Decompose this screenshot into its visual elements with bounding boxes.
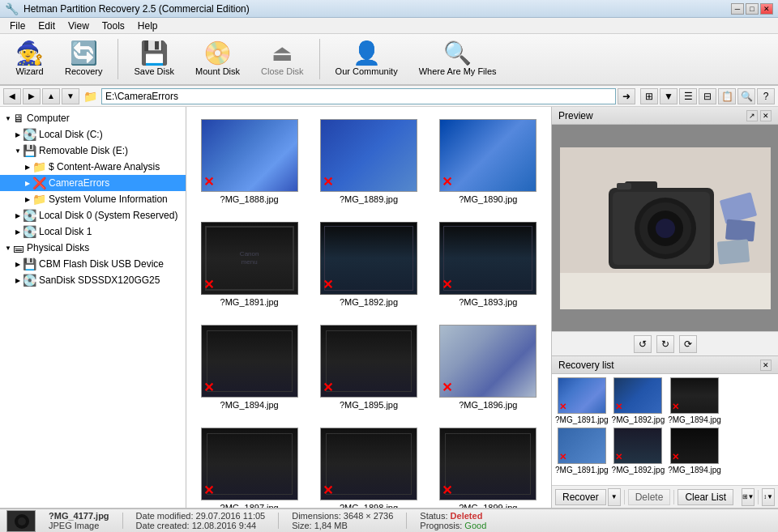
view-options-dropdown[interactable]: ⊞▼	[742, 488, 754, 506]
file-name: ?MG_1898.jpg	[340, 503, 398, 508]
deleted-mark: ✕	[323, 174, 333, 189]
file-name: ?MG_1897.jpg	[220, 503, 279, 508]
menu-help[interactable]: Help	[131, 19, 165, 33]
mount-disk-button[interactable]: 📀 Mount Disk	[186, 36, 249, 82]
view-list-button[interactable]: ☰	[679, 88, 697, 104]
file-item[interactable]: Canonmenu ✕ ?MG_1891.jpg	[193, 216, 306, 313]
menu-view[interactable]: View	[62, 19, 96, 33]
clear-list-button[interactable]: Clear List	[678, 489, 733, 505]
delete-button[interactable]: Delete	[628, 489, 671, 505]
expand-arrow[interactable]: ▶	[23, 196, 32, 203]
window-title: Hetman Partition Recovery 2.5 (Commercia…	[24, 3, 250, 15]
recover-button[interactable]: Recover	[555, 489, 606, 505]
expand-arrow[interactable]: ▶	[23, 164, 32, 171]
menu-edit[interactable]: Edit	[32, 19, 62, 33]
file-thumbnail: ✕	[439, 325, 536, 398]
close-disk-button[interactable]: ⏏ Close Disk	[252, 36, 313, 82]
preview-pop-button[interactable]: ↗	[746, 110, 758, 121]
expand-arrow[interactable]: ▼	[3, 245, 13, 252]
save-disk-button[interactable]: 💾 Save Disk	[125, 36, 183, 82]
view-thumbnails-button[interactable]: ⊞	[640, 88, 658, 104]
tree-item-local-0[interactable]: ▶ 💽 Local Disk 0 (System Reserved)	[0, 207, 186, 223]
recovery-item[interactable]: ✕ ?MG_1892.jpg	[612, 377, 665, 424]
recovery-item[interactable]: ✕ ?MG_1894.jpg	[668, 377, 721, 424]
deleted-mark: ✕	[323, 380, 333, 395]
address-input[interactable]	[101, 88, 616, 104]
file-item[interactable]: ✕ ?MG_1895.jpg	[312, 319, 425, 415]
view-details-button[interactable]: ⊟	[699, 88, 716, 104]
recovery-thumb-image: ✕	[613, 377, 662, 414]
tree-item-physical-disks[interactable]: ▼ 🖴 Physical Disks	[0, 240, 186, 256]
recover-dropdown[interactable]: ▼	[608, 488, 621, 506]
expand-arrow[interactable]: ▶	[13, 277, 23, 284]
rotate-left-button[interactable]: ↺	[634, 335, 652, 353]
view-filter-button[interactable]: ▼	[660, 88, 678, 104]
status-separator-3	[406, 513, 407, 529]
file-item[interactable]: ✕ ?MG_1893.jpg	[432, 216, 545, 313]
flip-button[interactable]: ⟳	[679, 335, 697, 353]
expand-arrow[interactable]: ▶	[23, 180, 32, 187]
file-name: ?MG_1889.jpg	[340, 194, 398, 204]
file-thumbnail: ✕	[439, 428, 536, 500]
expand-arrow[interactable]: ▶	[13, 212, 23, 219]
file-item[interactable]: ✕ ?MG_1898.jpg	[312, 422, 425, 508]
tree-item-system-volume[interactable]: ▶ 📁 System Volume Information	[0, 191, 186, 207]
deleted-mark: ✕	[672, 402, 679, 412]
rotate-right-button[interactable]: ↻	[656, 335, 674, 353]
history-button[interactable]: ▼	[62, 88, 79, 104]
go-button[interactable]: ➜	[618, 88, 635, 104]
tree-item-cbm-flash[interactable]: ▶ 💾 CBM Flash Disk USB Device	[0, 256, 186, 272]
file-item[interactable]: ✕ ?MG_1894.jpg	[193, 319, 306, 415]
up-button[interactable]: ▲	[42, 88, 60, 104]
menu-tools[interactable]: Tools	[96, 19, 131, 33]
file-item[interactable]: ✕ ?MG_1890.jpg	[432, 113, 545, 210]
expand-arrow[interactable]: ▶	[13, 228, 23, 236]
minimize-button[interactable]: ─	[731, 3, 744, 15]
file-item[interactable]: ✕ ?MG_1888.jpg	[193, 113, 306, 210]
preview-close-button[interactable]: ✕	[760, 110, 772, 121]
expand-arrow[interactable]: ▼	[3, 115, 13, 122]
tree-item-removable-e[interactable]: ▼ 💾 Removable Disk (E:)	[0, 143, 186, 159]
wizard-icon: 🧙	[15, 42, 44, 65]
file-name: ?MG_1899.jpg	[459, 503, 517, 508]
expand-arrow[interactable]: ▶	[13, 131, 23, 138]
recovery-item[interactable]: ✕ ?MG_1891.jpg	[555, 377, 609, 424]
wizard-button[interactable]: 🧙 Wizard	[6, 36, 53, 82]
maximize-button[interactable]: □	[746, 3, 759, 15]
tree-item-computer[interactable]: ▼ 🖥 Computer	[0, 110, 186, 126]
back-button[interactable]: ◀	[3, 88, 21, 104]
recovery-item[interactable]: ✕ ?MG_1892.jpg	[612, 428, 665, 475]
deleted-mark: ✕	[203, 380, 214, 395]
file-item[interactable]: ✕ ?MG_1896.jpg	[432, 319, 545, 415]
tree-item-content-aware[interactable]: ▶ 📁 $ Content-Aware Analysis	[0, 159, 186, 175]
expand-arrow[interactable]: ▶	[13, 261, 23, 268]
forward-button[interactable]: ▶	[23, 88, 41, 104]
tree-item-local-1[interactable]: ▶ 💽 Local Disk 1	[0, 223, 186, 240]
tree-item-sandisk[interactable]: ▶ 💽 SanDisk SDSSDX120GG25	[0, 272, 186, 288]
menu-file[interactable]: File	[3, 19, 32, 33]
file-item[interactable]: ✕ ?MG_1897.jpg	[193, 422, 306, 508]
help-button[interactable]: ?	[757, 88, 775, 104]
recovery-item[interactable]: ✕ ?MG_1891.jpg	[555, 428, 609, 475]
expand-arrow[interactable]: ▼	[13, 147, 23, 155]
close-button[interactable]: ✕	[760, 3, 773, 15]
copy-path-button[interactable]: 📋	[718, 88, 736, 104]
community-button[interactable]: 👤 Our Community	[327, 36, 407, 82]
titlebar: 🔧 Hetman Partition Recovery 2.5 (Commerc…	[0, 0, 778, 18]
recovery-thumb-image: ✕	[670, 377, 719, 414]
where-files-button[interactable]: 🔍 Where Are My Files	[410, 36, 506, 82]
tree-item-local-c[interactable]: ▶ 💽 Local Disk (C:)	[0, 126, 186, 143]
view-options: ⊞ ▼ ☰ ⊟ 📋 🔍 ?	[640, 88, 775, 104]
recovery-item[interactable]: ✕ ?MG_1894.jpg	[668, 428, 721, 475]
search-button[interactable]: 🔍	[737, 88, 755, 104]
sort-dropdown[interactable]: ↕▼	[762, 488, 775, 506]
community-icon: 👤	[353, 42, 381, 65]
tree-item-camera-errors[interactable]: ▶ ❌ CameraErrors	[0, 175, 186, 191]
file-item[interactable]: ✕ ?MG_1892.jpg	[312, 216, 425, 313]
file-item[interactable]: ✕ ?MG_1889.jpg	[312, 113, 425, 210]
file-item[interactable]: ✕ ?MG_1899.jpg	[432, 422, 545, 508]
folder-error-icon: ❌	[32, 177, 46, 189]
recovery-button[interactable]: 🔄 Recovery	[56, 36, 111, 82]
status-status: Status: Deleted	[420, 511, 486, 521]
recovery-list-close-button[interactable]: ✕	[760, 360, 772, 371]
